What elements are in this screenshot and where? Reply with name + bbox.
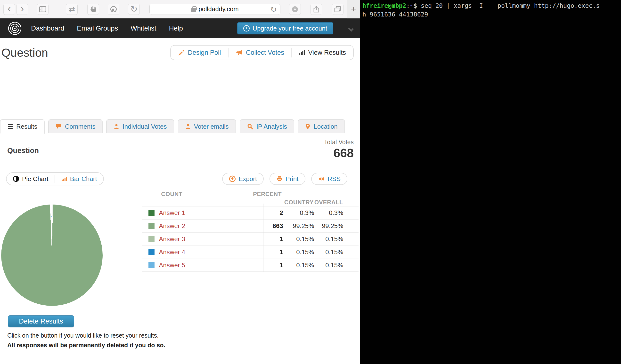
answer-5-country: 0.15% [283,261,314,269]
magnifier-icon [247,123,253,130]
export-button[interactable]: Export [222,173,264,185]
download-icon [292,6,298,13]
results-tabs: Results Comments Individual Votes Voter … [0,119,360,133]
header-percent: PERCENT [228,191,306,198]
tab-individual-votes[interactable]: Individual Votes [106,119,174,133]
nav-item-email-groups[interactable]: Email Groups [77,24,118,32]
terminal-prompt-tilde: ~ [410,2,414,9]
header-country: COUNTRY [284,199,314,206]
back-icon: ‹ [8,8,11,10]
share-icon [313,6,319,13]
tab-comments-label: Comments [65,123,96,130]
pencil-icon [178,49,185,56]
delete-results-button[interactable]: Delete Results [8,315,74,327]
collect-votes-button[interactable]: Collect Votes [228,48,292,57]
url-text: polldaddy.com [198,5,239,13]
show-all-tabs-button[interactable] [332,4,344,15]
browser-toolbar: ‹ › ⇄ ↻ polldaddy.com ↻ + [0,0,360,18]
tab-ip-analysis[interactable]: IP Analysis [240,119,294,133]
pie-icon [13,176,19,182]
forward-button[interactable]: › [17,4,28,15]
print-button[interactable]: Print [270,173,305,185]
refresh-extension-button[interactable]: ↻ [128,4,140,15]
table-row: Answer 3 1 0.15% 0.15% [142,232,359,245]
answer-1-count: 2 [261,209,283,217]
upgrade-button[interactable]: + Upgrade your free account [237,22,333,34]
table-row: Answer 1 2 0.3% 0.3% [142,206,359,219]
bar-chart-toggle[interactable]: Bar Chart [54,175,103,183]
table-row: Answer 5 1 0.15% 0.15% [142,259,359,272]
export-label: Export [239,175,257,183]
answer-3-overall: 0.15% [314,235,359,243]
sidebar-button[interactable] [37,4,49,15]
nav-item-whitelist[interactable]: Whitelist [131,24,156,32]
tabs-overview-icon [334,6,341,12]
answer-4-country: 0.15% [283,248,314,256]
downloads-button[interactable] [289,4,301,15]
share-button[interactable] [310,4,322,15]
pie-chart [1,205,103,306]
speaker-icon [318,176,325,182]
record-extension-button[interactable] [108,4,119,15]
view-results-label: View Results [308,49,346,56]
nav-item-help[interactable]: Help [169,24,183,32]
terminal[interactable]: hfreire@mbp2:~$ seq 20 | xargs -I -- pol… [360,0,621,364]
swap-arrows-icon: ⇄ [69,5,75,14]
view-results-button[interactable]: View Results [291,48,353,57]
question-title: Question [7,146,39,155]
chart-type-toggle: Pie Chart Bar Chart [6,172,104,185]
swap-tabs-button[interactable]: ⇄ [66,4,78,15]
tab-comments[interactable]: Comments [48,119,103,133]
upgrade-label: Upgrade your free account [253,25,327,32]
answer-5-count: 1 [261,261,283,269]
answer-5-link[interactable]: Answer 5 [159,261,185,269]
forward-icon: › [21,8,24,10]
answer-2-swatch [148,223,155,229]
export-buttons: Export Print RSS [222,173,347,185]
browser-window: ‹ › ⇄ ↻ polldaddy.com ↻ + [0,0,360,364]
address-bar[interactable]: polldaddy.com ↻ [149,4,280,15]
tab-results-label: Results [16,123,37,130]
delete-note: Click on the button if you would like to… [7,331,165,350]
tab-individual-votes-label: Individual Votes [122,123,167,130]
design-poll-button[interactable]: Design Poll [171,48,228,57]
tab-location[interactable]: Location [298,119,345,133]
answer-1-swatch [148,210,155,216]
new-tab-button[interactable]: + [347,0,360,18]
answer-3-link[interactable]: Answer 3 [159,235,185,243]
tab-location-label: Location [314,123,337,130]
tab-voter-emails[interactable]: Voter emails [178,119,236,133]
answer-1-link[interactable]: Answer 1 [159,209,185,217]
polldaddy-logo-icon[interactable] [7,21,22,36]
page-reload-button[interactable]: ↻ [270,5,277,14]
nav-item-dashboard[interactable]: Dashboard [31,24,64,32]
answer-2-link[interactable]: Answer 2 [159,222,185,230]
rss-button[interactable]: RSS [311,173,347,185]
bar-chart-toggle-label: Bar Chart [70,175,97,183]
design-poll-label: Design Poll [188,49,221,56]
terminal-prompt-user: hfreire@mbp2 [362,2,406,9]
total-votes-block: Total Votes 668 [324,139,354,160]
answer-2-overall: 99.25% [314,222,359,230]
lock-icon [191,8,196,12]
page-title: Question [1,46,48,59]
plus-icon: + [351,4,356,14]
map-pin-icon [305,123,310,130]
export-download-icon [229,175,236,182]
votes-table: COUNT PERCENT COUNTRY OVERALL Answer 1 2… [142,190,359,272]
tab-results[interactable]: Results [0,119,45,134]
bar-chart-icon [299,49,305,56]
answer-4-link[interactable]: Answer 4 [159,248,185,256]
site-navbar: Dashboard Email Groups Whitelist Help + … [0,18,360,38]
answer-1-country: 0.3% [283,209,314,217]
account-chevron-down-icon[interactable] [348,26,354,32]
table-row: Answer 4 1 0.15% 0.15% [142,245,359,259]
total-votes-label: Total Votes [324,139,354,146]
pie-chart-toggle[interactable]: Pie Chart [7,175,54,183]
header-count: COUNT [161,191,182,198]
tab-voter-emails-label: Voter emails [194,123,229,130]
pie-chart-toggle-label: Pie Chart [22,175,48,183]
collect-votes-label: Collect Votes [246,49,284,56]
stop-hand-extension-button[interactable] [87,4,99,15]
back-button[interactable]: ‹ [3,4,15,15]
